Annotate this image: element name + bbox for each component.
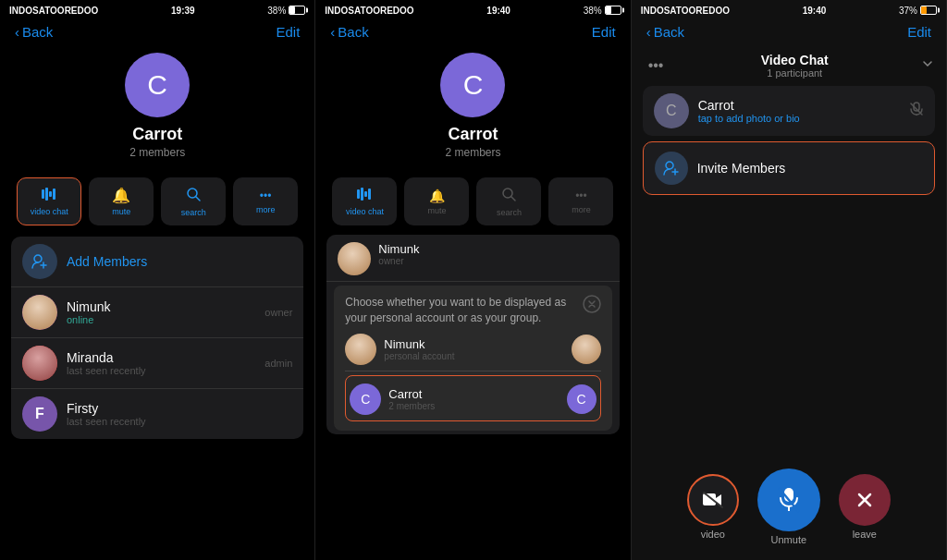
video-chat-icon-1 (41, 188, 57, 204)
search-icon-1 (186, 187, 201, 205)
action-buttons-1: video chat 🔔 mute search ••• more (0, 170, 314, 233)
time-2: 19:40 (486, 6, 510, 16)
carrot-participant-avatar: C (654, 93, 689, 128)
video-title-block: Video Chat 1 participant (676, 53, 913, 79)
nav-bar-2: ‹ Back Edit (315, 20, 630, 45)
nav-bar-1: ‹ Back Edit (0, 20, 314, 45)
account-option-nimunk[interactable]: Nimunk personal account (345, 326, 600, 371)
nimunk-avatar-2 (338, 242, 371, 275)
panel-3: INDOSATOOREDOO 19:40 37% ‹ Back Edit •••… (632, 0, 947, 560)
search-icon-2 (501, 187, 516, 205)
nimunk-info-2: Nimunk owner (378, 242, 419, 275)
carrot-right-avatar: C (567, 384, 596, 414)
action-buttons-2: video chat 🔔 mute search ••• more (315, 170, 630, 233)
mute-control-wrapper: Unmute (757, 469, 820, 545)
leave-control-wrapper: leave (839, 474, 891, 540)
edit-button-3[interactable]: Edit (907, 24, 931, 40)
edit-button-2[interactable]: Edit (592, 24, 616, 40)
back-button-2[interactable]: ‹ Back (330, 24, 368, 40)
svg-rect-3 (53, 189, 55, 200)
video-chat-button-1[interactable]: video chat (17, 177, 81, 225)
group-name-1: Carrot (132, 125, 182, 144)
firsty-avatar-1: F (22, 396, 57, 432)
back-button-1[interactable]: ‹ Back (15, 24, 53, 40)
invite-members-row[interactable]: Invite Members (643, 141, 935, 195)
leave-label: leave (853, 529, 877, 540)
account-option-carrot[interactable]: C Carrot 2 members C (345, 375, 600, 421)
unmute-label: Unmute (771, 534, 807, 545)
mute-button-2[interactable]: 🔔 mute (404, 177, 469, 225)
unmute-button[interactable] (757, 469, 820, 531)
popup-close-icon[interactable] (583, 295, 601, 318)
mute-button-1[interactable]: 🔔 mute (89, 177, 154, 225)
mute-label-2: mute (427, 206, 446, 215)
carrot-group-name: Carrot (388, 387, 435, 401)
carrot-group-avatar: C (350, 383, 381, 415)
edit-button-1[interactable]: Edit (276, 24, 300, 40)
svg-point-19 (666, 162, 673, 169)
carrot-group-info: Carrot 2 members (388, 387, 435, 411)
group-name-2: Carrot (448, 125, 498, 144)
status-right-2: 38% (584, 6, 621, 16)
miranda-name-1: Miranda (67, 350, 255, 365)
video-toggle-button[interactable] (687, 474, 739, 526)
svg-rect-1 (45, 188, 48, 201)
video-chat-icon-2 (356, 188, 373, 204)
video-control-wrapper: video (687, 474, 739, 540)
add-members-info: Add Members (67, 254, 292, 269)
more-button-1[interactable]: ••• more (233, 177, 298, 225)
participant-row-carrot[interactable]: C Carrot tap to add photo or bio (643, 86, 935, 136)
search-label-1: search (181, 208, 206, 217)
svg-rect-9 (357, 189, 360, 199)
panel-1: INDOSATOOREDOO 19:39 38% ‹ Back Edit C C… (0, 0, 315, 560)
back-chevron-2: ‹ (330, 24, 335, 40)
group-avatar-1: C (125, 53, 190, 117)
status-right-3: 37% (899, 6, 937, 16)
search-label-2: search (497, 208, 522, 217)
more-icon-2: ••• (575, 189, 587, 202)
list-item-miranda-1[interactable]: Miranda last seen recently admin (11, 338, 303, 389)
mute-label-1: mute (112, 207, 130, 216)
add-members-icon (22, 244, 57, 279)
search-button-2[interactable]: search (476, 177, 541, 225)
group-avatar-2: C (440, 53, 505, 117)
firsty-info-1: Firsty last seen recently (67, 401, 292, 427)
back-label-2: Back (338, 24, 368, 40)
video-chat-label-2: video chat (346, 207, 384, 216)
carrot-participant-info: Carrot tap to add photo or bio (698, 98, 900, 124)
time-1: 19:39 (171, 6, 195, 16)
nimunk-avatar-1 (22, 295, 57, 330)
avatar-section-1: C Carrot 2 members (0, 45, 314, 170)
list-item-firsty-1[interactable]: F Firsty last seen recently (11, 389, 303, 439)
svg-rect-11 (364, 191, 367, 197)
controls-row: video Unmute (687, 469, 891, 545)
more-button-2[interactable]: ••• more (548, 177, 613, 225)
member-list-1: Add Members Nimunk online owner Miranda … (11, 237, 303, 439)
firsty-name-1: Firsty (67, 401, 292, 416)
status-bar-2: INDOSATOOREDOO 19:40 38% (315, 0, 630, 20)
video-chat-button-2[interactable]: video chat (332, 177, 397, 225)
nimunk-role-2: owner (378, 256, 419, 266)
battery-icon-2 (605, 6, 621, 15)
add-members-item[interactable]: Add Members (11, 237, 303, 287)
status-bar-3: INDOSATOOREDOO 19:40 37% (632, 0, 946, 20)
video-participants-count: 1 participant (676, 67, 913, 79)
status-right-1: 38% (267, 6, 305, 16)
nimunk-name-2: Nimunk (378, 242, 419, 256)
mic-off-icon (909, 102, 924, 120)
leave-button[interactable] (839, 474, 891, 526)
nimunk-personal-name: Nimunk (384, 337, 454, 351)
chevron-down-button[interactable] (920, 56, 935, 75)
nimunk-right-avatar (572, 335, 601, 364)
back-button-3[interactable]: ‹ Back (646, 24, 684, 40)
popup-overlay: Choose whether you want to be displayed … (334, 286, 611, 431)
options-button-3[interactable]: ••• (643, 55, 670, 76)
back-chevron-1: ‹ (15, 24, 19, 40)
list-item-nimunk-1[interactable]: Nimunk online owner (11, 287, 303, 338)
carrot-group-sub: 2 members (388, 401, 435, 411)
svg-rect-0 (42, 189, 44, 199)
miranda-info-1: Miranda last seen recently (67, 350, 255, 376)
more-label-2: more (572, 205, 591, 214)
firsty-status-1: last seen recently (67, 416, 292, 427)
search-button-1[interactable]: search (161, 177, 226, 225)
